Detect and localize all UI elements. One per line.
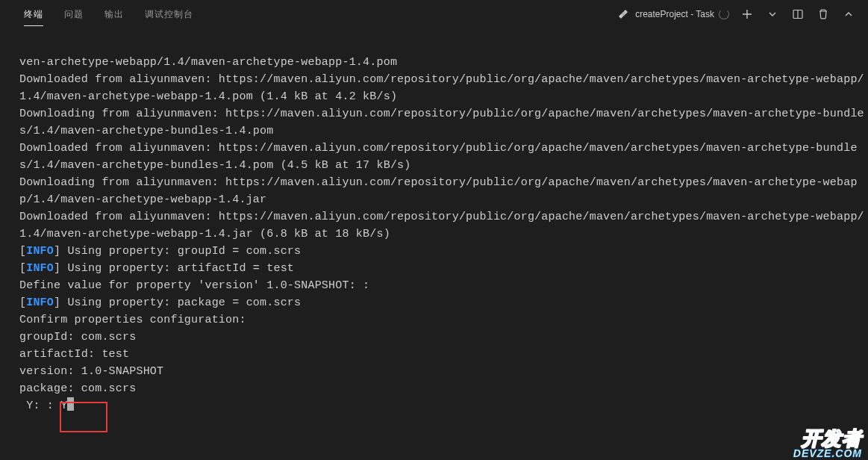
- terminal-line: Downloaded from aliyunmaven: https://mav…: [19, 140, 868, 174]
- terminal-line: Downloaded from aliyunmaven: https://mav…: [19, 208, 868, 243]
- task-label: createProject - Task: [635, 9, 714, 19]
- terminal-line: Confirm properties configuration:: [19, 311, 868, 329]
- tab-problems[interactable]: 问题: [54, 2, 94, 26]
- kill-terminal-button[interactable]: [816, 7, 831, 22]
- task-indicator[interactable]: createProject - Task: [616, 7, 729, 22]
- panel-header: 终端 问题 输出 调试控制台 createProject - Task: [0, 0, 868, 28]
- watermark-en: DEVZE.COM: [793, 448, 862, 459]
- terminal-line: package: com.scrs: [19, 380, 868, 397]
- terminal-input-value: Y: [60, 400, 67, 412]
- spinner-icon: [719, 9, 729, 19]
- watermark: 开发者 DEVZE.COM: [793, 429, 862, 459]
- terminal-line: Downloading from aliyunmaven: https://ma…: [19, 174, 868, 208]
- watermark-cn: 开发者: [802, 429, 862, 448]
- terminal-line: version: 1.0-SNAPSHOT: [19, 363, 868, 380]
- tab-output[interactable]: 输出: [94, 2, 134, 26]
- split-terminal-button[interactable]: [790, 7, 805, 22]
- terminal-line: [INFO] Using property: package = com.scr…: [19, 294, 868, 311]
- terminal-line: [INFO] Using property: groupId = com.scr…: [19, 243, 868, 260]
- terminal-line: groupId: com.scrs: [19, 329, 868, 346]
- panel-tabs: 终端 问题 输出 调试控制台: [13, 2, 204, 26]
- terminal-line: artifactId: test: [19, 346, 868, 363]
- dropdown-button[interactable]: [765, 7, 780, 22]
- terminal-line: Define value for property 'version' 1.0-…: [19, 277, 868, 294]
- cursor: [67, 397, 74, 411]
- terminal-line: ven-archetype-webapp/1.4/maven-archetype…: [19, 54, 868, 71]
- tools-icon: [616, 7, 631, 22]
- terminal-line: [INFO] Using property: artifactId = test: [19, 260, 868, 277]
- tab-debug-console[interactable]: 调试控制台: [134, 2, 204, 26]
- terminal-line: Downloading from aliyunmaven: https://ma…: [19, 105, 868, 140]
- terminal-line: Downloaded from aliyunmaven: https://mav…: [19, 71, 868, 105]
- terminal-output[interactable]: ven-archetype-webapp/1.4/maven-archetype…: [0, 28, 868, 414]
- new-terminal-button[interactable]: [740, 7, 755, 22]
- panel-header-actions: createProject - Task: [616, 7, 861, 22]
- terminal-prompt[interactable]: Y: : Y: [19, 397, 74, 414]
- maximize-panel-button[interactable]: [841, 7, 856, 22]
- tab-terminal[interactable]: 终端: [13, 2, 54, 26]
